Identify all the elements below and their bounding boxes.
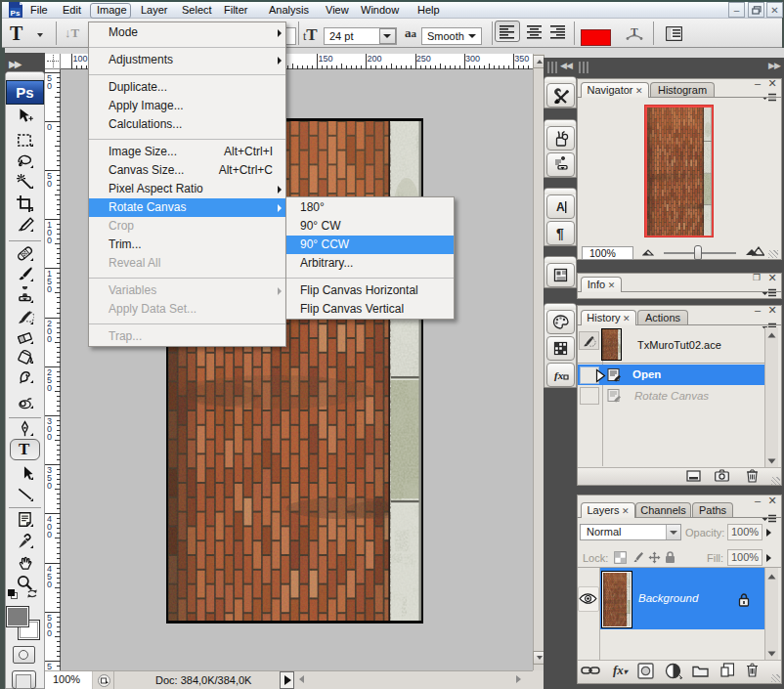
svg-text:fx: fx (554, 369, 564, 381)
svg-text:Ps: Ps (11, 9, 21, 18)
svg-text:A: A (556, 200, 565, 214)
svg-text:T: T (631, 25, 638, 37)
svg-text:¶: ¶ (556, 226, 564, 241)
